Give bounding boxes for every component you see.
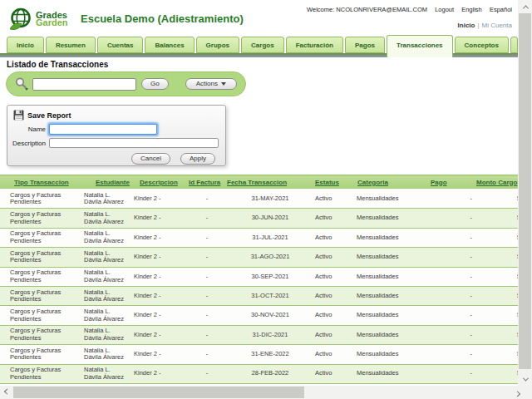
column-header-categoria[interactable]: Categoria	[356, 175, 429, 190]
scroll-left-icon	[3, 388, 9, 394]
inicio-link[interactable]: Inicio	[458, 22, 475, 29]
cell-estudiante: Natalia L. Dávila Álvarez	[83, 228, 133, 247]
horizontal-scrollbar[interactable]	[0, 386, 532, 399]
cell-estatus: Activo	[314, 364, 356, 383]
cell-descripcion: Kinder 2 -	[133, 306, 188, 325]
scroll-right-icon	[514, 391, 520, 397]
cell-id_factura: -	[188, 345, 226, 364]
cell-descripcion: Kinder 2 -	[133, 286, 188, 305]
cell-descripcion: Kinder 2 -	[133, 345, 188, 364]
description-input[interactable]	[49, 138, 219, 148]
tab-conceptos[interactable]: Conceptos	[455, 37, 509, 53]
column-header-descripcion[interactable]: Descripcion	[133, 175, 188, 190]
go-button[interactable]: Go	[141, 78, 169, 90]
logout-link[interactable]: Logout	[435, 6, 454, 13]
cell-estudiante: Natalia L. Dávila Álvarez	[83, 209, 133, 228]
dialog-buttons: Cancel Apply	[7, 153, 225, 165]
cell-monto: $320.00	[475, 248, 518, 267]
table-row[interactable]: Cargos y Facturas PendientesNatalia L. D…	[0, 325, 518, 344]
scroll-right-button[interactable]	[510, 386, 524, 399]
cell-categoria: Mensualidades	[356, 248, 429, 267]
mi-cuenta-link[interactable]: Mi Cuenta	[482, 22, 512, 29]
tab-filler-strip	[510, 37, 518, 53]
actions-button[interactable]: Actions	[185, 78, 237, 90]
cell-pago: -	[429, 325, 475, 344]
cell-fecha: 30-NOV-2021	[226, 306, 314, 325]
english-link[interactable]: English	[461, 6, 482, 13]
table-row[interactable]: Cargos y Facturas PendientesNatalia L. D…	[0, 190, 518, 209]
column-header-tipo[interactable]: Tipo Transaccion	[0, 175, 83, 190]
column-header-estudiante[interactable]: Estudiante	[83, 175, 133, 190]
cell-fecha: 30-JUN-2021	[226, 209, 314, 228]
column-header-estatus[interactable]: Estatus	[314, 175, 356, 190]
save-report-dialog: Save Report Name Description Cancel Appl…	[7, 105, 226, 166]
grades-garden-logo[interactable]: Grades Garden	[8, 7, 68, 32]
cell-pago: -	[429, 286, 475, 305]
cell-fecha: 30-SEP-2021	[226, 267, 314, 286]
column-header-pago[interactable]: Pago	[429, 175, 475, 190]
vertical-scrollbar[interactable]	[518, 0, 532, 386]
cell-monto: $320.00	[475, 228, 518, 247]
vertical-scrollbar-thumb[interactable]	[519, 13, 531, 369]
cell-fecha: 31-JUL-2021	[226, 228, 314, 247]
cell-tipo: Cargos y Facturas Pendientes	[0, 190, 83, 209]
table-row[interactable]: Cargos y Facturas PendientesNatalia L. D…	[0, 248, 518, 267]
cell-id_factura: -	[188, 248, 226, 267]
cell-tipo: Cargos y Facturas Pendientes	[0, 306, 83, 325]
tab-resumen[interactable]: Resumen	[46, 37, 96, 53]
column-header-id_factura[interactable]: Id Factura	[188, 175, 226, 190]
tab-facturacion[interactable]: Facturación	[286, 37, 343, 53]
tab-balances[interactable]: Balances	[145, 37, 194, 53]
cell-pago: -	[429, 228, 475, 247]
cell-id_factura: -	[188, 190, 226, 209]
save-report-title: Save Report	[27, 111, 71, 120]
espanol-link[interactable]: Español	[490, 6, 512, 13]
column-header-monto[interactable]: Monto Cargo	[475, 175, 518, 190]
table-row[interactable]: Cargos y Facturas PendientesNatalia L. D…	[0, 286, 518, 305]
scroll-up-button[interactable]	[519, 0, 532, 13]
name-row: Name	[7, 124, 225, 135]
table-row[interactable]: Cargos y Facturas PendientesNatalia L. D…	[0, 306, 518, 325]
table-row[interactable]: Cargos y Facturas PendientesNatalia L. D…	[0, 209, 518, 228]
apply-button[interactable]: Apply	[180, 153, 215, 165]
cell-estudiante: Natalia L. Dávila Álvarez	[83, 364, 133, 383]
description-row: Description	[7, 138, 225, 148]
cell-descripcion: Kinder 2 -	[133, 228, 188, 247]
name-input[interactable]	[49, 124, 157, 135]
table-row[interactable]: Cargos y Facturas PendientesNatalia L. D…	[0, 267, 518, 286]
cell-tipo: Cargos y Facturas Pendientes	[0, 248, 83, 267]
tab-cargos[interactable]: Cargos	[241, 37, 284, 53]
cell-estatus: Activo	[314, 228, 356, 247]
table-row[interactable]: Cargos y Facturas PendientesNatalia L. D…	[0, 364, 518, 383]
scroll-down-button[interactable]	[519, 372, 532, 386]
tab-cuentas[interactable]: Cuentas	[97, 37, 144, 53]
cell-descripcion: Kinder 2 -	[133, 267, 188, 286]
cell-monto: $320.00	[475, 325, 518, 344]
cell-tipo: Cargos y Facturas Pendientes	[0, 345, 83, 364]
table-row[interactable]: Cargos y Facturas PendientesNatalia L. D…	[0, 345, 518, 364]
app-window: Grades Garden Escuela Demo (Adiestramien…	[0, 0, 532, 399]
scroll-left-button[interactable]	[0, 386, 13, 399]
tab-inicio[interactable]: Inicio	[7, 37, 44, 53]
cell-descripcion: Kinder 2 -	[133, 325, 188, 344]
cell-descripcion: Kinder 2 -	[133, 364, 188, 383]
cell-categoria: Mensualidades	[356, 267, 429, 286]
horizontal-scrollbar-thumb[interactable]	[13, 387, 304, 398]
cancel-button[interactable]: Cancel	[131, 153, 170, 165]
cell-estatus: Activo	[314, 306, 356, 325]
tab-transacciones[interactable]: Transacciones	[387, 35, 453, 57]
table-row[interactable]: Cargos y Facturas PendientesNatalia L. D…	[0, 228, 518, 247]
cell-categoria: Mensualidades	[356, 209, 429, 228]
cell-estudiante: Natalia L. Dávila Álvarez	[83, 345, 133, 364]
cell-monto: $320.00	[475, 286, 518, 305]
cell-fecha: 28-FEB-2022	[226, 364, 314, 383]
transactions-table-container: Tipo TransaccionEstudianteDescripcionId …	[0, 175, 518, 385]
tab-pagos[interactable]: Pagos	[345, 37, 385, 53]
cell-categoria: Mensualidades	[356, 286, 429, 305]
search-options-button[interactable]	[15, 77, 28, 91]
tab-grupos[interactable]: Grupos	[196, 37, 239, 53]
column-header-fecha[interactable]: Fecha Transaccion	[226, 175, 314, 190]
search-input[interactable]	[32, 78, 136, 91]
cell-monto: $320.00	[475, 364, 518, 383]
cell-tipo: Cargos y Facturas Pendientes	[0, 209, 83, 228]
